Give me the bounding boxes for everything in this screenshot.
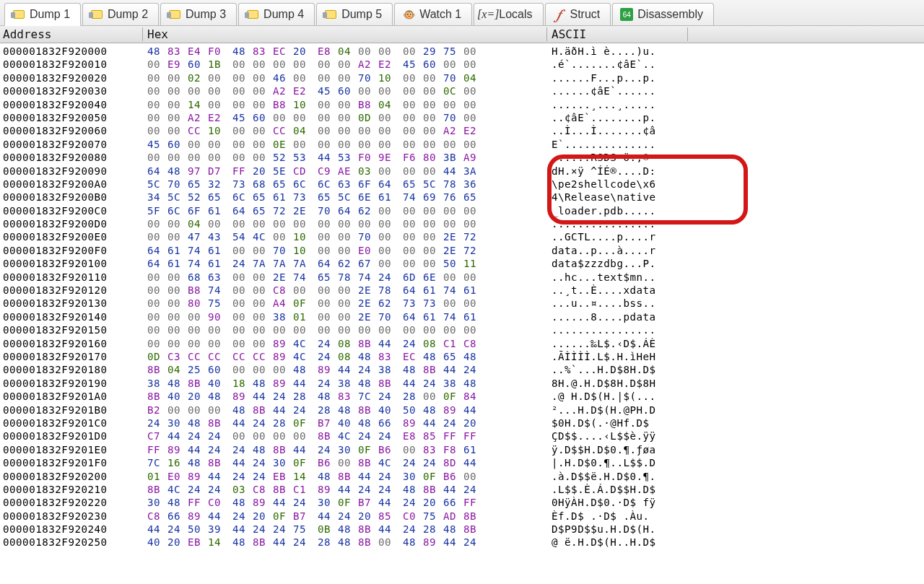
tab-disassembly[interactable]: 64Disassembly (612, 3, 714, 25)
dump-row[interactable]: 000001832F920030000000000000A2E245600000… (0, 84, 924, 97)
dump-row[interactable]: 000001832F92001000E9601B000000000000A2E2… (0, 58, 924, 71)
tab-dump-5[interactable]: Dump 5 (316, 3, 393, 25)
address-cell: 000001832F9200C0 (0, 204, 143, 217)
dump-row[interactable]: 000001832F9201A08B4020488944242848837C24… (0, 390, 924, 403)
tab-struct[interactable]: 𝒇Struct (545, 3, 611, 25)
dump-row[interactable]: 000001832F9200F064617461000070100000E000… (0, 244, 924, 257)
dump-row[interactable]: 000001832F9202504020EB14488B442428488B00… (0, 536, 924, 549)
ascii-cell: ÇD$$....‹L$$è.ÿÿ (547, 430, 688, 443)
dump-row[interactable]: 000001832F9200600000CC100000CC0400000000… (0, 124, 924, 137)
dump-row[interactable]: 000001832F92020001E089442424EB14488B4424… (0, 470, 924, 483)
dump-row[interactable]: 000001832F92008000000000000052534453F09E… (0, 151, 924, 164)
dump-row[interactable]: 000001832F9200C05F6C6F616465722E70646200… (0, 204, 924, 217)
tab-dump-4[interactable]: Dump 4 (238, 3, 315, 25)
dump-row[interactable]: 000001832F9201200000B8740000C80000002E78… (0, 284, 924, 297)
address-cell: 000001832F920160 (0, 337, 143, 350)
dump-row[interactable]: 000001832F92024044245039442424750B488B44… (0, 523, 924, 536)
address-cell: 000001832F920140 (0, 310, 143, 323)
dump-row[interactable]: 000001832F9201808B0425600000004889442438… (0, 363, 924, 376)
tab-dump-3[interactable]: Dump 3 (160, 3, 237, 25)
dump-row[interactable]: 000001832F9200D0000004000000000000000000… (0, 217, 924, 230)
hex-cell: 00000000000052534453F09EF6803BA9 (143, 151, 547, 164)
dump-row[interactable]: 000001832F9201C02430488B4424280FB7404866… (0, 417, 924, 430)
ascii-cell: .à.D$$ë.H.D$0.¶. (547, 470, 688, 483)
dump-row[interactable]: 000001832F92010064617461247A7A7A64626700… (0, 257, 924, 270)
dump-row[interactable]: 000001832F92019038488B40184889442438488B… (0, 377, 924, 390)
ascii-cell: $0H.D$(.·@Hf.D$ (547, 417, 688, 430)
dump-view[interactable]: 000001832F9200004883E4F04883EC20E8040000… (0, 43, 924, 584)
dump-row[interactable]: 000001832F9201100000686300002E7465787424… (0, 271, 924, 284)
hex-cell: 000000000000894C24088B442408C1C8 (143, 337, 547, 350)
dump-row[interactable]: 000001832F9201700DC3CCCCCCCC894C24084883… (0, 350, 924, 363)
address-cell: 000001832F920120 (0, 284, 143, 297)
tab-label: Locals (499, 8, 532, 21)
hex-cell: C866894424200FB744242085C075AD8B (143, 510, 547, 523)
dump-row[interactable]: 000001832F920090644897D7FF205ECDC9AE0300… (0, 165, 924, 178)
locals-icon: [x=] (481, 8, 494, 21)
ascii-cell: ................ (547, 323, 688, 336)
address-cell: 000001832F920210 (0, 483, 143, 496)
hex-cell: FF89442424488B4424300FB60083F861 (143, 443, 547, 456)
hex-cell: 0000CC100000CC04000000000000A2E2 (143, 124, 547, 137)
dump-row[interactable]: 000001832F9201E0FF89442424488B4424300FB6… (0, 443, 924, 456)
hex-cell: 2430488B4424280FB740486689442420 (143, 417, 547, 430)
ascii-cell: ......¢âE`...... (547, 84, 688, 97)
hex-cell: 5F6C6F616465722E7064620000000000 (143, 204, 547, 217)
dump-row[interactable]: 000001832F920130000080750000A40F00002E62… (0, 297, 924, 310)
dump-tab-bar: Dump 1Dump 2Dump 3Dump 4Dump 5🐵Watch 1[x… (0, 0, 924, 26)
dump-row[interactable]: 000001832F9200A05C7065327368656C6C636F64… (0, 178, 924, 191)
hex-cell: 8B4C242403C88BC189442424488B4424 (143, 483, 547, 496)
tab-watch-1[interactable]: 🐵Watch 1 (394, 3, 472, 25)
hex-cell: 00004743544C00100000700000002E72 (143, 230, 547, 243)
hex-cell: 4883E4F04883EC20E804000000297500 (143, 45, 547, 58)
address-cell: 000001832F920000 (0, 45, 143, 58)
dump-row[interactable]: 000001832F9200004883E4F04883EC20E8040000… (0, 45, 924, 58)
ascii-cell: 4\Release\native (547, 191, 688, 204)
dump-icon (168, 8, 181, 21)
ascii-cell: data$zzzdbg...P. (547, 257, 688, 270)
hex-cell: 4020EB14488B442428488B0048894424 (143, 536, 547, 549)
dump-row[interactable]: 000001832F9201F07C16488B4424300FB6008B4C… (0, 456, 924, 469)
header-address[interactable]: Address (0, 27, 143, 41)
tab-dump-1[interactable]: Dump 1 (4, 3, 81, 26)
dump-row[interactable]: 000001832F920020000002000000460000007010… (0, 71, 924, 84)
dump-row[interactable]: 000001832F920230C866894424200FB744242085… (0, 510, 924, 523)
dump-row[interactable]: 000001832F9201D0C7442424000000008B4C2424… (0, 430, 924, 443)
ascii-cell: ..%`...H.D$8H.D$ (547, 363, 688, 376)
ascii-cell: \pe2shellcode\x6 (547, 178, 688, 191)
dump-row[interactable]: 000001832F920140000000900000380100002E70… (0, 310, 924, 323)
dump-row[interactable]: 000001832F9200704560000000000E0000000000… (0, 138, 924, 151)
dump-row[interactable]: 000001832F920160000000000000894C24088B44… (0, 337, 924, 350)
dump-row[interactable]: 000001832F9202203048FFC048894424300FB744… (0, 496, 924, 509)
dump-row[interactable]: 000001832F9200B0345C52656C656173655C6E61… (0, 191, 924, 204)
address-cell: 000001832F9200D0 (0, 217, 143, 230)
address-cell: 000001832F920190 (0, 377, 143, 390)
header-ascii[interactable]: ASCII (547, 27, 688, 41)
address-cell: 000001832F920180 (0, 363, 143, 376)
address-cell: 000001832F9201A0 (0, 390, 143, 403)
dump-row[interactable]: 000001832F9202108B4C242403C88BC189442424… (0, 483, 924, 496)
dump-row[interactable]: 000001832F920150000000000000000000000000… (0, 323, 924, 336)
ascii-cell: ......RSDS·ö.;© (547, 151, 688, 164)
address-cell: 000001832F9201D0 (0, 430, 143, 443)
ascii-cell: ......¸...¸..... (547, 98, 688, 111)
address-cell: 000001832F920130 (0, 297, 143, 310)
address-cell: 000001832F920240 (0, 523, 143, 536)
dump-row[interactable]: 000001832F9201B0B2000000488B442428488B40… (0, 404, 924, 417)
dump-row[interactable]: 000001832F920040000014000000B8100000B804… (0, 98, 924, 111)
tab-label: Dump 3 (186, 8, 226, 21)
ascii-cell: E`.............. (547, 138, 688, 151)
ascii-cell: ......8....pdata (547, 310, 688, 323)
tab-dump-2[interactable]: Dump 2 (82, 3, 159, 25)
header-hex[interactable]: Hex (143, 27, 547, 41)
tab-label: Dump 5 (341, 8, 382, 21)
tab-locals[interactable]: [x=]Locals (474, 3, 543, 25)
ascii-cell: .ÃÌÌÌÌ.L$.H.ìHeH (547, 350, 688, 363)
address-cell: 000001832F920070 (0, 138, 143, 151)
address-cell: 000001832F9200B0 (0, 191, 143, 204)
address-cell: 000001832F9200F0 (0, 244, 143, 257)
ascii-cell: data..p...à....r (547, 244, 688, 257)
address-cell: 000001832F9200A0 (0, 178, 143, 191)
dump-row[interactable]: 000001832F9200E000004743544C001000007000… (0, 230, 924, 243)
dump-row[interactable]: 000001832F9200500000A2E24560000000000D00… (0, 111, 924, 124)
